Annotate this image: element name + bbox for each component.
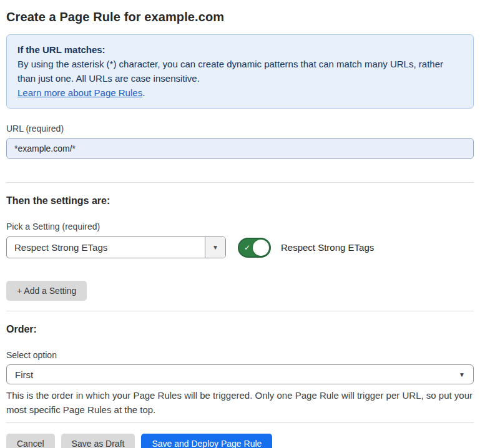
order-help-text: This is the order in which your Page Rul…	[6, 388, 474, 417]
save-deploy-button[interactable]: Save and Deploy Page Rule	[141, 434, 272, 448]
setting-select-value: Respect Strong ETags	[7, 237, 205, 258]
page-title: Create a Page Rule for example.com	[6, 10, 474, 24]
learn-more-link[interactable]: Learn more about Page Rules	[17, 87, 142, 98]
setting-toggle[interactable]: ✓	[238, 238, 271, 258]
setting-row: Respect Strong ETags ▼ ✓ Respect Strong …	[6, 236, 474, 258]
settings-section-heading: Then the settings are:	[6, 195, 474, 207]
check-icon: ✓	[244, 244, 250, 251]
link-suffix-text: .	[142, 87, 145, 98]
order-select-value: First	[15, 369, 33, 380]
setting-select[interactable]: Respect Strong ETags ▼	[6, 236, 226, 258]
cancel-button[interactable]: Cancel	[6, 434, 55, 448]
section-divider-settings	[6, 311, 474, 311]
add-setting-button[interactable]: + Add a Setting	[6, 281, 87, 301]
order-section-heading: Order:	[6, 324, 474, 335]
toggle-knob	[253, 240, 269, 256]
section-divider-url	[6, 182, 474, 183]
info-box-link-row: Learn more about Page Rules.	[17, 85, 463, 100]
create-page-rule-panel: Create a Page Rule for example.com If th…	[0, 0, 480, 448]
order-select-label: Select option	[6, 350, 474, 360]
setting-toggle-label: Respect Strong ETags	[281, 242, 374, 253]
info-box-body: By using the asterisk (*) character, you…	[17, 57, 463, 85]
order-select[interactable]: First ▼	[6, 364, 474, 384]
footer-divider	[6, 422, 474, 423]
url-match-info-box: If the URL matches: By using the asteris…	[6, 34, 474, 109]
chevron-down-icon[interactable]: ▼	[205, 237, 225, 258]
save-draft-button[interactable]: Save as Draft	[61, 434, 135, 448]
pick-setting-label: Pick a Setting (required)	[6, 222, 474, 231]
url-input[interactable]	[6, 138, 474, 159]
setting-toggle-wrap: ✓ Respect Strong ETags	[238, 238, 374, 258]
info-box-heading: If the URL matches:	[17, 42, 463, 57]
url-field-label: URL (required)	[6, 124, 474, 134]
chevron-down-icon: ▼	[459, 371, 465, 378]
footer-actions: Cancel Save as Draft Save and Deploy Pag…	[6, 434, 474, 448]
